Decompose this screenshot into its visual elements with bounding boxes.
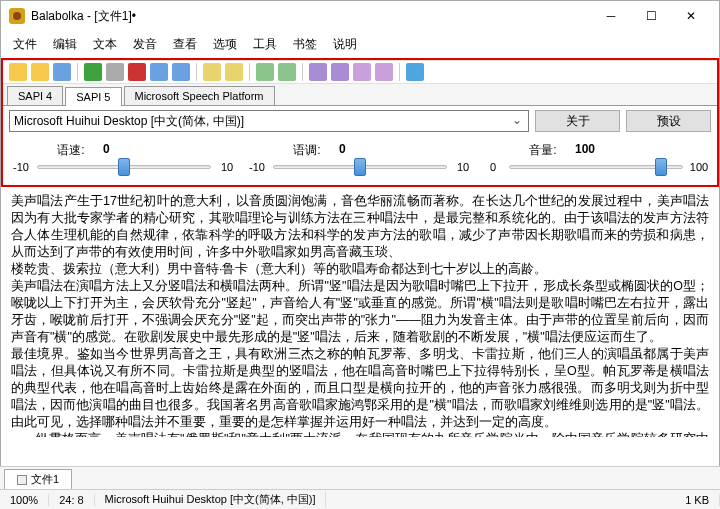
about-button[interactable]: 关于 xyxy=(535,110,620,132)
doc-tab-1[interactable]: 文件1 xyxy=(4,469,72,489)
rate-thumb[interactable] xyxy=(118,158,130,176)
body-p3: 美声唱法在演唱方法上又分竖唱法和横唱法两种。所谓"竖"唱法是因为歌唱时嘴巴上下拉… xyxy=(11,278,709,346)
pitch-slider[interactable] xyxy=(273,165,447,169)
window-title: Balabolka - [文件1]• xyxy=(31,8,591,25)
menu-view[interactable]: 查看 xyxy=(165,33,205,56)
rate-min: -10 xyxy=(11,161,31,173)
new-icon[interactable] xyxy=(9,63,27,81)
volume-max: 100 xyxy=(689,161,709,173)
copy-icon[interactable] xyxy=(375,63,393,81)
file-icon xyxy=(17,475,27,485)
close-button[interactable]: ✕ xyxy=(671,4,711,28)
minimize-button[interactable]: ─ xyxy=(591,4,631,28)
text-content[interactable]: 美声唱法产生于17世纪初叶的意大利，以音质圆润饱满，音色华丽流畅而著称。在长达几… xyxy=(1,189,719,437)
pitch-value: 0 xyxy=(339,142,346,159)
voice-selected-label: Microsoft Huihui Desktop [中文(简体, 中国)] xyxy=(14,114,244,128)
menubar: 文件 编辑 文本 发音 查看 选项 工具 书签 说明 xyxy=(1,31,719,58)
body-p5: 纵贯格而言，美声唱法有"俄罗斯"和"意大利"两大流派。在我国现有的九所音乐学院当… xyxy=(11,431,709,437)
zoom-in-icon[interactable] xyxy=(256,63,274,81)
play-icon[interactable] xyxy=(84,63,102,81)
app-icon xyxy=(9,8,25,24)
menu-bookmark[interactable]: 书签 xyxy=(285,33,325,56)
status-size: 1 KB xyxy=(675,494,720,506)
menu-text[interactable]: 文本 xyxy=(85,33,125,56)
volume-label: 音量: xyxy=(523,142,563,159)
zoom-out-icon[interactable] xyxy=(278,63,296,81)
volume-min: 0 xyxy=(483,161,503,173)
voice-select[interactable]: Microsoft Huihui Desktop [中文(简体, 中国)] xyxy=(9,110,529,132)
menu-options[interactable]: 选项 xyxy=(205,33,245,56)
status-zoom: 100% xyxy=(0,494,49,506)
statusbar: 100% 24: 8 Microsoft Huihui Desktop [中文(… xyxy=(0,489,720,509)
save-icon[interactable] xyxy=(53,63,71,81)
rate-label: 语速: xyxy=(51,142,91,159)
status-pos: 24: 8 xyxy=(49,494,94,506)
menu-file[interactable]: 文件 xyxy=(5,33,45,56)
rate-max: 10 xyxy=(217,161,237,173)
titlebar: Balabolka - [文件1]• ─ ☐ ✕ xyxy=(1,1,719,31)
tab-ms-speech[interactable]: Microsoft Speech Platform xyxy=(124,86,275,105)
help-icon[interactable] xyxy=(406,63,424,81)
pitch-label: 语调: xyxy=(287,142,327,159)
menu-help[interactable]: 说明 xyxy=(325,33,365,56)
status-voice: Microsoft Huihui Desktop [中文(简体, 中国)] xyxy=(95,492,327,507)
pitch-min: -10 xyxy=(247,161,267,173)
volume-slider[interactable] xyxy=(509,165,683,169)
rate-slider[interactable] xyxy=(37,165,211,169)
open-icon[interactable] xyxy=(31,63,49,81)
pitch-thumb[interactable] xyxy=(354,158,366,176)
control-panel: Microsoft Huihui Desktop [中文(简体, 中国)] 关于… xyxy=(3,106,717,185)
menu-edit[interactable]: 编辑 xyxy=(45,33,85,56)
list-icon[interactable] xyxy=(353,63,371,81)
bookmark-icon[interactable] xyxy=(331,63,349,81)
tab-sapi4[interactable]: SAPI 4 xyxy=(7,86,63,105)
replace-icon[interactable] xyxy=(225,63,243,81)
tab-sapi5[interactable]: SAPI 5 xyxy=(65,87,121,106)
preset-button[interactable]: 预设 xyxy=(626,110,711,132)
body-p4: 最佳境界。鉴如当今世界男高音之王，具有欧洲三杰之称的帕瓦罗蒂、多明戈、卡雷拉斯，… xyxy=(11,346,709,431)
menu-tools[interactable]: 工具 xyxy=(245,33,285,56)
body-p2: 楼乾贵、拨索拉（意大利）男中音特·鲁卡（意大利）等的歌唱寿命都达到七十岁以上的高… xyxy=(11,261,709,278)
rate-value: 0 xyxy=(103,142,110,159)
doc-tab-label: 文件1 xyxy=(31,472,59,487)
volume-value: 100 xyxy=(575,142,595,159)
dict-icon[interactable] xyxy=(309,63,327,81)
menu-speech[interactable]: 发音 xyxy=(125,33,165,56)
pause-icon[interactable] xyxy=(106,63,124,81)
pitch-max: 10 xyxy=(453,161,473,173)
volume-thumb[interactable] xyxy=(655,158,667,176)
next-icon[interactable] xyxy=(172,63,190,81)
stop-icon[interactable] xyxy=(128,63,146,81)
maximize-button[interactable]: ☐ xyxy=(631,4,671,28)
document-tabbar: 文件1 xyxy=(0,466,720,489)
toolbar xyxy=(3,60,717,84)
body-p1: 美声唱法产生于17世纪初叶的意大利，以音质圆润饱满，音色华丽流畅而著称。在长达几… xyxy=(11,193,709,261)
prev-icon[interactable] xyxy=(150,63,168,81)
engine-tabbar: SAPI 4 SAPI 5 Microsoft Speech Platform xyxy=(3,84,717,106)
find-icon[interactable] xyxy=(203,63,221,81)
